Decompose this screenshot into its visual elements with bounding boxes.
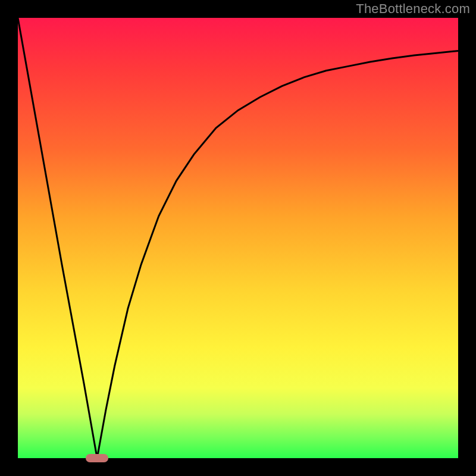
plot-area xyxy=(18,18,458,458)
watermark-text: TheBottleneck.com xyxy=(356,1,470,17)
optimum-marker xyxy=(86,454,108,462)
chart-frame: TheBottleneck.com xyxy=(0,0,476,476)
bottleneck-curve xyxy=(18,18,458,458)
curve-path xyxy=(18,18,458,458)
